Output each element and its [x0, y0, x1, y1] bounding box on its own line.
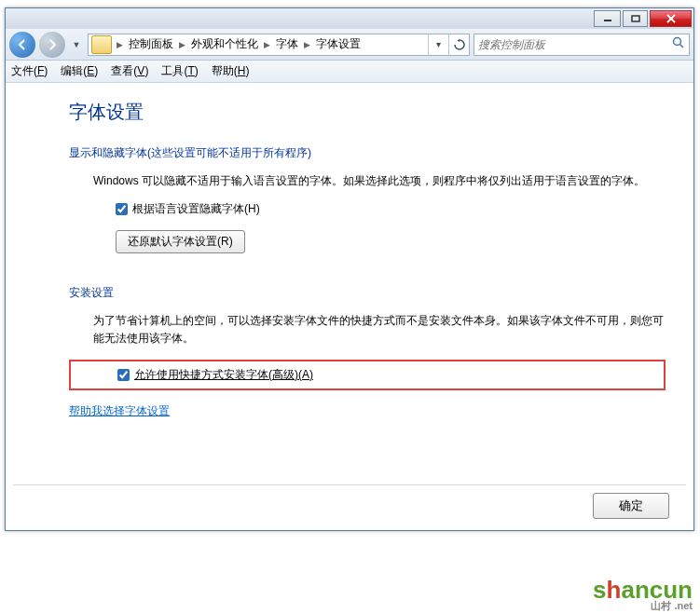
hide-fonts-checkbox[interactable] [116, 203, 128, 215]
section-body-text: 为了节省计算机上的空间，可以选择安装字体文件的快捷方式而不是安装文件本身。如果该… [69, 312, 666, 347]
shortcut-install-checkbox[interactable] [117, 369, 130, 381]
address-dropdown-icon[interactable]: ▾ [428, 34, 448, 55]
breadcrumb-item[interactable]: 控制面板 [125, 36, 177, 52]
menu-view[interactable]: 查看(V) [111, 63, 148, 79]
restore-defaults-button[interactable]: 还原默认字体设置(R) [116, 230, 245, 253]
svg-point-4 [674, 38, 681, 46]
minimize-button[interactable] [594, 10, 621, 27]
refresh-icon[interactable] [448, 34, 469, 55]
chevron-right-icon: ▶ [115, 40, 125, 49]
help-link[interactable]: 帮助我选择字体设置 [69, 403, 170, 419]
titlebar [6, 8, 693, 29]
content-area: 字体设置 显示和隐藏字体(这些设置可能不适用于所有程序) Windows 可以隐… [6, 83, 693, 530]
hide-fonts-label: 根据语言设置隐藏字体(H) [132, 201, 260, 217]
menu-help[interactable]: 帮助(H) [212, 63, 250, 79]
search-box[interactable] [474, 34, 690, 56]
svg-rect-1 [632, 16, 639, 21]
section-body-text: Windows 可以隐藏不适用于输入语言设置的字体。如果选择此选项，则程序中将仅… [69, 172, 666, 190]
svg-line-5 [680, 45, 684, 48]
navigation-bar: ▼ ▶ 控制面板 ▶ 外观和个性化 ▶ 字体 ▶ 字体设置 ▾ [6, 29, 693, 61]
breadcrumb-item[interactable]: 字体 [272, 36, 302, 52]
menu-edit[interactable]: 编辑(E) [61, 63, 98, 79]
highlighted-option: 允许使用快捷方式安装字体(高级)(A) [69, 360, 666, 390]
back-button[interactable] [9, 32, 35, 58]
hide-fonts-checkbox-row[interactable]: 根据语言设置隐藏字体(H) [69, 201, 666, 217]
watermark-logo: shancun 山村 .net [593, 576, 693, 613]
control-panel-window: ▼ ▶ 控制面板 ▶ 外观和个性化 ▶ 字体 ▶ 字体设置 ▾ 文件(F) 编辑… [5, 7, 694, 531]
breadcrumb-item[interactable]: 字体设置 [312, 36, 364, 52]
address-bar[interactable]: ▶ 控制面板 ▶ 外观和个性化 ▶ 字体 ▶ 字体设置 ▾ [88, 34, 470, 56]
folder-icon [91, 35, 112, 54]
section-header-install: 安装设置 [69, 285, 666, 301]
forward-button[interactable] [39, 32, 65, 58]
ok-button[interactable]: 确定 [593, 493, 669, 519]
section-header-display: 显示和隐藏字体(这些设置可能不适用于所有程序) [69, 145, 666, 161]
separator [13, 484, 686, 485]
menu-tools[interactable]: 工具(T) [161, 63, 198, 79]
page-title: 字体设置 [69, 100, 666, 125]
nav-history-dropdown[interactable]: ▼ [69, 35, 84, 54]
search-icon[interactable] [672, 36, 685, 52]
shortcut-install-label: 允许使用快捷方式安装字体(高级)(A) [134, 367, 313, 383]
chevron-right-icon: ▶ [177, 40, 187, 49]
search-input[interactable] [478, 38, 672, 51]
menu-bar: 文件(F) 编辑(E) 查看(V) 工具(T) 帮助(H) [6, 61, 693, 83]
maximize-button[interactable] [623, 10, 648, 27]
close-button[interactable] [650, 10, 692, 27]
shortcut-install-checkbox-row[interactable]: 允许使用快捷方式安装字体(高级)(A) [71, 367, 660, 383]
chevron-right-icon: ▶ [262, 40, 272, 49]
breadcrumb-item[interactable]: 外观和个性化 [187, 36, 262, 52]
chevron-right-icon: ▶ [302, 40, 312, 49]
menu-file[interactable]: 文件(F) [11, 63, 48, 79]
